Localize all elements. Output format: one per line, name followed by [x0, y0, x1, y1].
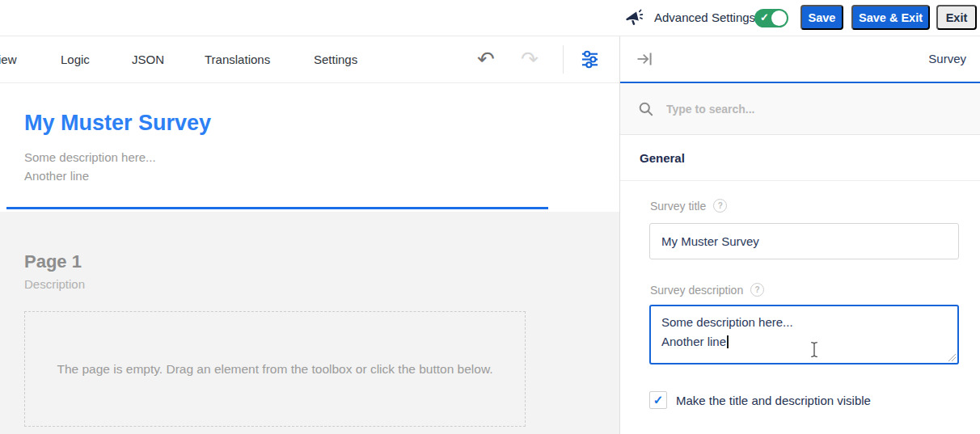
undo-icon[interactable]: ↶ — [477, 36, 495, 82]
survey-title-label: Survey title — [650, 200, 706, 213]
property-grid-body: Survey title ? Survey description ? Some… — [620, 181, 980, 432]
settings-sliders-icon[interactable] — [579, 48, 601, 74]
exit-button[interactable]: Exit — [936, 5, 977, 30]
tab-json[interactable]: JSON — [132, 36, 164, 82]
resize-grip[interactable] — [948, 353, 956, 361]
tab-settings[interactable]: Settings — [314, 36, 357, 82]
property-grid-header: Survey — [620, 36, 980, 83]
designer-canvas: Page 1 Description The page is empty. Dr… — [0, 212, 619, 434]
checkbox-checked[interactable]: ✓ — [649, 391, 667, 409]
advanced-settings-toggle[interactable]: ✓ — [754, 9, 788, 27]
empty-page-message: The page is empty. Drag an element from … — [46, 360, 504, 378]
survey-description-label: Survey description — [650, 284, 743, 297]
designer-survey-title[interactable]: My Muster Survey — [24, 111, 211, 136]
page-title[interactable]: Page 1 — [24, 251, 82, 272]
advanced-settings-label: Advanced Settings — [654, 0, 755, 36]
survey-description-textarea[interactable]: Some description here... Another line — [649, 305, 959, 364]
designer-survey-description-line2[interactable]: Another line — [24, 169, 89, 183]
title-visibility-row[interactable]: ✓ Make the title and description visible — [649, 391, 871, 409]
survey-header-area[interactable]: My Muster Survey Some description here..… — [0, 83, 619, 212]
toggle-knob — [771, 11, 787, 26]
creator-tab-bar: iew Logic JSON Translations Settings ↶ ↷ — [0, 36, 619, 83]
redo-icon[interactable]: ↷ — [521, 36, 539, 82]
toggle-check-icon: ✓ — [760, 11, 769, 23]
toolbar-divider — [563, 45, 564, 74]
survey-description-label-row: Survey description ? — [650, 283, 764, 297]
survey-title-input[interactable] — [649, 223, 959, 259]
textarea-line1: Some description here... — [661, 313, 947, 332]
page-description[interactable]: Description — [24, 277, 85, 291]
help-icon[interactable]: ? — [750, 283, 764, 297]
search-icon — [638, 101, 654, 117]
help-icon[interactable]: ? — [713, 199, 727, 213]
tab-logic[interactable]: Logic — [61, 36, 90, 82]
tab-translations[interactable]: Translations — [205, 36, 270, 82]
section-general[interactable]: General — [620, 135, 980, 181]
survey-header-underline — [6, 207, 548, 209]
property-search-row — [620, 83, 980, 135]
property-grid-title: Survey — [928, 36, 966, 82]
text-caret — [727, 335, 729, 348]
property-grid-panel: Survey General Survey title ? Survey des… — [619, 36, 980, 434]
property-search-input[interactable] — [665, 102, 935, 116]
save-and-exit-button[interactable]: Save & Exit — [851, 5, 930, 30]
survey-creator-app: Advanced Settings ✓ Save Save & Exit Exi… — [0, 0, 980, 434]
designer-survey-description-line1[interactable]: Some description here... — [24, 150, 156, 164]
megaphone-icon[interactable] — [623, 7, 644, 32]
collapse-panel-icon[interactable] — [636, 51, 653, 70]
visibility-checkbox-label: Make the title and description visible — [676, 394, 871, 407]
checkmark-icon: ✓ — [653, 393, 664, 407]
empty-page-dropzone[interactable]: The page is empty. Drag an element from … — [24, 311, 526, 427]
top-toolbar: Advanced Settings ✓ Save Save & Exit Exi… — [0, 0, 980, 36]
tab-preview-truncated[interactable]: iew — [0, 36, 17, 82]
save-button[interactable]: Save — [800, 5, 843, 30]
textarea-line2: Another line — [661, 332, 947, 352]
survey-title-label-row: Survey title ? — [650, 199, 727, 213]
